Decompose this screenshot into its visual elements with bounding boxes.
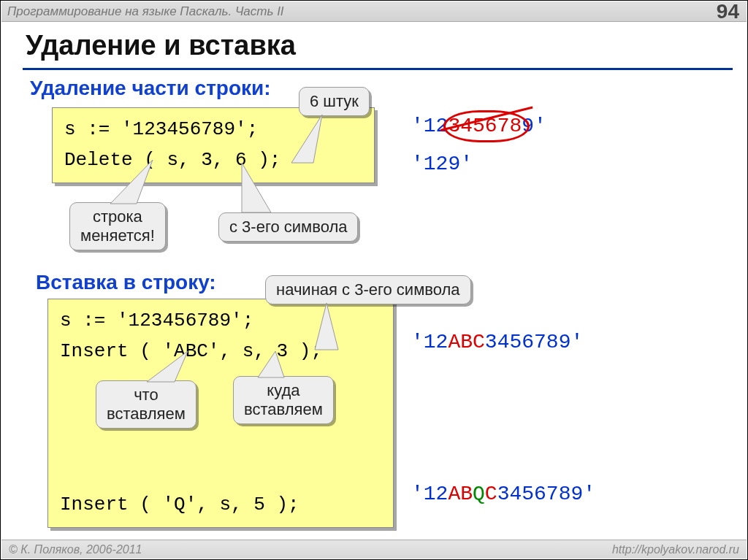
p1: 12: [424, 483, 449, 505]
header-bar: Программирование на языке Паскаль. Часть…: [1, 1, 747, 22]
p2: 3456789: [485, 331, 571, 353]
ins-q: Q: [473, 483, 485, 505]
callout-from-char: с 3-его символа: [218, 212, 358, 242]
section1-heading: Удаление части строки:: [30, 77, 271, 100]
result-insert2: '12ABQC3456789': [411, 483, 595, 505]
code-delete: s := '123456789'; Delete ( s, 3, 6 );: [52, 107, 375, 183]
p1: 12: [424, 331, 449, 353]
quote: ': [411, 115, 424, 137]
title-rule: [23, 68, 733, 70]
header-title: Программирование на языке Паскаль. Часть…: [7, 4, 284, 18]
ins: ABC: [448, 331, 484, 353]
section2-heading: Вставка в строку:: [36, 271, 216, 294]
callout-where: куда вставляем: [233, 376, 334, 424]
callout-var-changes: строка меняется!: [69, 202, 166, 250]
footer-right: http://kpolyakov.narod.ru: [612, 540, 739, 559]
q: ': [411, 483, 424, 505]
result-delete-after: '129': [411, 153, 473, 175]
callout-what: что вставляем: [96, 380, 196, 429]
p2: 3456789: [497, 483, 584, 505]
result-insert1: '12ABC3456789': [411, 331, 583, 353]
slide: Программирование на языке Паскаль. Часть…: [0, 0, 748, 560]
footer-left: © К. Поляков, 2006-2011: [9, 540, 142, 559]
callout-count: 6 штук: [299, 87, 370, 116]
page-number: 94: [717, 1, 739, 22]
q: ': [583, 483, 595, 505]
quote: ': [534, 115, 546, 137]
q: ': [411, 331, 424, 353]
slide-title: Удаление и вставка: [26, 30, 296, 61]
q: ': [570, 331, 583, 353]
callout-start-pos: начиная с 3-его символа: [265, 275, 471, 304]
ins-ab: AB: [448, 483, 473, 505]
footer-bar: © К. Поляков, 2006-2011 http://kpolyakov…: [1, 540, 747, 559]
ins-c: C: [485, 483, 497, 505]
